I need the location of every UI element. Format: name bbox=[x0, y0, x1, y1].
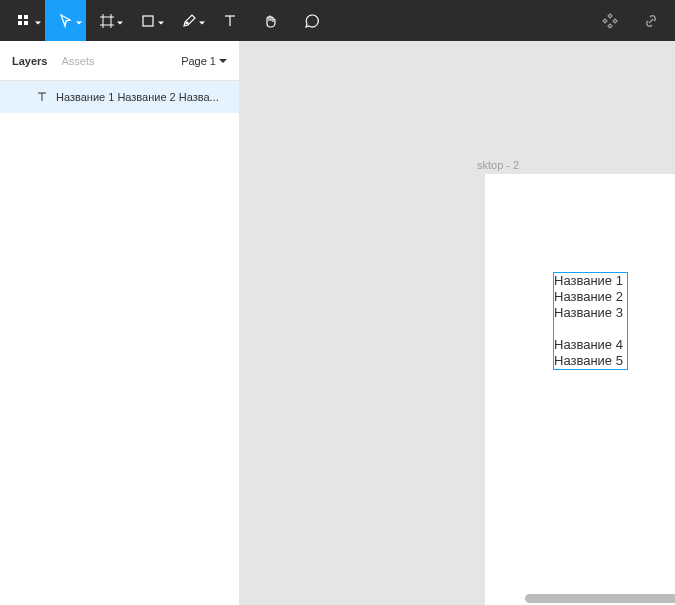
tab-layers[interactable]: Layers bbox=[12, 55, 47, 67]
text-line: Название 3 bbox=[554, 305, 627, 321]
chevron-down-icon bbox=[117, 12, 123, 30]
svg-rect-2 bbox=[18, 21, 22, 25]
frame-tool-button[interactable] bbox=[86, 0, 127, 41]
svg-point-9 bbox=[186, 22, 188, 24]
svg-rect-8 bbox=[143, 16, 153, 26]
main-menu-button[interactable] bbox=[4, 0, 45, 41]
text-line: Название 5 bbox=[554, 353, 627, 369]
toolbar bbox=[0, 0, 675, 41]
chevron-down-icon bbox=[76, 12, 82, 30]
layer-label: Название 1 Название 2 Назва... bbox=[56, 91, 219, 103]
components-button[interactable] bbox=[589, 0, 630, 41]
chevron-down-icon bbox=[158, 12, 164, 30]
frame-desktop-2[interactable] bbox=[485, 174, 675, 605]
svg-rect-0 bbox=[18, 15, 22, 19]
horizontal-scrollbar[interactable] bbox=[525, 594, 675, 603]
pen-tool-icon bbox=[181, 13, 197, 29]
text-tool-icon bbox=[222, 13, 238, 29]
comment-tool-button[interactable] bbox=[291, 0, 332, 41]
move-tool-icon bbox=[58, 13, 74, 29]
chevron-down-icon bbox=[219, 57, 227, 65]
chevron-down-icon bbox=[35, 12, 41, 30]
page-label: Page 1 bbox=[181, 55, 216, 67]
frame-title[interactable]: sktop - 2 bbox=[477, 159, 519, 171]
chevron-down-icon bbox=[199, 12, 205, 30]
hand-tool-icon bbox=[263, 13, 279, 29]
text-line bbox=[554, 321, 627, 337]
text-line: Название 1 bbox=[554, 273, 627, 289]
main-menu-icon bbox=[17, 13, 33, 29]
pen-tool-button[interactable] bbox=[168, 0, 209, 41]
text-line: Название 2 bbox=[554, 289, 627, 305]
svg-rect-1 bbox=[24, 15, 28, 19]
svg-rect-3 bbox=[24, 21, 28, 25]
share-link-icon bbox=[642, 12, 660, 30]
shape-tool-icon bbox=[140, 13, 156, 29]
canvas[interactable]: sktop - 2 Название 1 Название 2 Название… bbox=[240, 41, 675, 605]
frame-tool-icon bbox=[99, 13, 115, 29]
text-line: Название 4 bbox=[554, 337, 627, 353]
text-tool-button[interactable] bbox=[209, 0, 250, 41]
layer-row-text[interactable]: Название 1 Название 2 Назва... bbox=[0, 81, 239, 113]
sidebar-tabs: Layers Assets Page 1 bbox=[0, 41, 239, 81]
move-tool-button[interactable] bbox=[45, 0, 86, 41]
text-icon bbox=[36, 91, 48, 103]
shape-tool-button[interactable] bbox=[127, 0, 168, 41]
page-selector[interactable]: Page 1 bbox=[181, 55, 227, 67]
share-link-button[interactable] bbox=[630, 0, 671, 41]
hand-tool-button[interactable] bbox=[250, 0, 291, 41]
text-node-selected[interactable]: Название 1 Название 2 Название 3 Названи… bbox=[553, 272, 628, 370]
tab-assets[interactable]: Assets bbox=[61, 55, 94, 67]
comment-tool-icon bbox=[304, 13, 320, 29]
left-sidebar: Layers Assets Page 1 Desktop - 2 Названи… bbox=[0, 41, 240, 605]
components-icon bbox=[601, 12, 619, 30]
